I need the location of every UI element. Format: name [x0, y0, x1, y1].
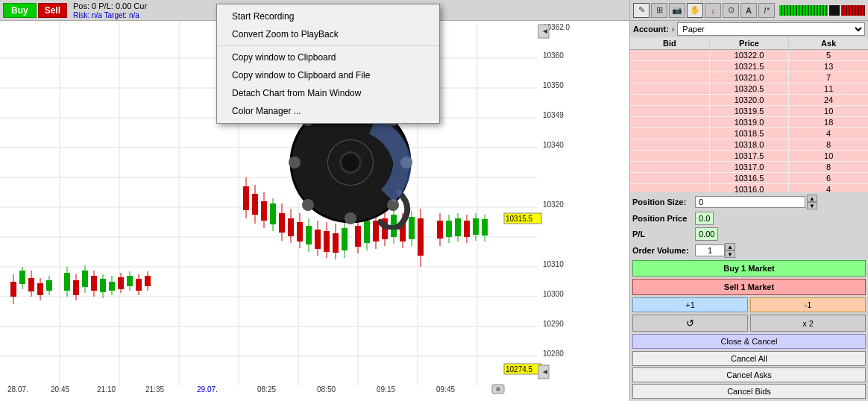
order-volume-spinner: ▲ ▼	[695, 243, 735, 258]
arrow-down-icon[interactable]: ↓	[705, 3, 721, 18]
order-book-row[interactable]: 10318.08	[630, 139, 868, 151]
menu-item-convert-zoom[interactable]: Convert Zoom to PlayBack	[217, 25, 439, 43]
order-book-row[interactable]: 10319.018	[630, 117, 868, 128]
sell-row: Sell 1 Market	[632, 279, 866, 295]
svg-text:10310: 10310	[543, 260, 564, 268]
account-row: Account: › Paper	[630, 21, 868, 37]
volume-down-icon[interactable]: ▼	[725, 250, 735, 258]
account-forward-icon[interactable]: ›	[672, 25, 675, 34]
text-a-icon[interactable]: A	[740, 3, 757, 18]
order-book-row[interactable]: 10321.513	[630, 61, 868, 72]
svg-rect-50	[73, 280, 79, 295]
menu-item-color-manager[interactable]: Color Manager ...	[217, 102, 439, 120]
svg-rect-58	[109, 282, 115, 291]
minus1-button[interactable]: -1	[750, 297, 866, 312]
hand-icon[interactable]: ✋	[687, 3, 703, 18]
camera-icon[interactable]: 📷	[669, 3, 685, 18]
svg-text:10315.5: 10315.5	[506, 215, 533, 223]
bid-cell	[630, 106, 710, 116]
pl-value: 0.00	[695, 227, 718, 241]
ask-cell: 18	[789, 117, 868, 127]
order-book-row[interactable]: 10320.024	[630, 95, 868, 106]
plus1-button[interactable]: +1	[632, 297, 748, 312]
ask-cell: 4	[789, 184, 868, 192]
context-menu: Start Recording Convert Zoom to PlayBack…	[216, 4, 440, 124]
controls-area: Position Size: ▲ ▼ Position Price 0.0 P/…	[630, 192, 868, 401]
bid-cell	[630, 83, 710, 94]
order-book-row[interactable]: 10320.511	[630, 83, 868, 95]
svg-rect-112	[455, 218, 461, 236]
svg-rect-42	[28, 278, 34, 291]
svg-text:08:25: 08:25	[257, 385, 276, 394]
svg-rect-76	[279, 213, 285, 233]
buy-market-button[interactable]: Buy 1 Market	[632, 260, 866, 277]
order-book-row[interactable]: 10317.08	[630, 162, 868, 173]
price-cell: 10320.5	[710, 83, 790, 94]
menu-item-detach-chart[interactable]: Detach Chart from Main Window	[217, 84, 439, 102]
svg-rect-96	[373, 221, 379, 241]
svg-rect-48	[64, 273, 70, 291]
cancel-all-button[interactable]: Cancel All	[632, 351, 866, 366]
svg-rect-110	[446, 221, 452, 237]
svg-rect-64	[136, 279, 142, 291]
position-size-input[interactable]	[695, 196, 805, 208]
pencil-icon[interactable]: ✎	[633, 3, 650, 18]
bid-cell	[630, 72, 710, 83]
position-price-label: Position Price	[632, 214, 692, 223]
menu-item-copy-clipboard[interactable]: Copy window to Clipboard	[217, 48, 439, 66]
right-panel: ✎ ⊞ 📷 ✋ ↓ ⊙ A I* Account: › Paper Bid	[629, 0, 868, 401]
price-cell: 10318.5	[710, 128, 790, 139]
account-label: Account:	[633, 25, 669, 34]
order-book-header: Bid Price Ask	[630, 37, 868, 50]
account-select[interactable]: Paper	[677, 22, 865, 36]
bid-cell	[630, 173, 710, 183]
order-book-row[interactable]: 10321.07	[630, 72, 868, 83]
bid-cell	[630, 50, 710, 60]
svg-rect-66	[145, 276, 151, 286]
cursor-icon[interactable]: I*	[758, 3, 775, 18]
order-book-row[interactable]: 10319.510	[630, 106, 868, 117]
svg-rect-114	[464, 221, 470, 237]
ask-cell: 24	[789, 95, 868, 105]
black-bar	[829, 5, 840, 16]
x2-button[interactable]: x 2	[750, 315, 866, 332]
price-cell: 10316.0	[710, 184, 790, 192]
spinner-down-icon[interactable]: ▼	[807, 202, 817, 209]
svg-rect-60	[118, 277, 124, 289]
svg-rect-94	[364, 221, 370, 243]
image-icon[interactable]: ⊞	[651, 3, 667, 18]
svg-text:29.07.: 29.07.	[197, 385, 218, 394]
svg-text:10340: 10340	[543, 141, 564, 149]
order-volume-row: Order Volume: ▲ ▼	[632, 243, 866, 258]
sell-market-button[interactable]: Sell 1 Market	[632, 279, 866, 295]
buy-button[interactable]: Buy	[3, 3, 37, 18]
svg-rect-44	[37, 283, 43, 295]
order-book-row[interactable]: 10318.54	[630, 128, 868, 139]
order-volume-input[interactable]	[695, 244, 725, 256]
svg-rect-62	[127, 276, 133, 286]
cancel-bids-button[interactable]: Cancel Bids	[632, 384, 866, 399]
menu-item-copy-clipboard-file[interactable]: Copy window to Clipboard and File	[217, 66, 439, 84]
volume-up-icon[interactable]: ▲	[725, 243, 735, 250]
menu-separator-1	[217, 45, 439, 46]
menu-item-start-recording[interactable]: Start Recording	[217, 7, 439, 25]
ask-cell: 10	[789, 151, 868, 161]
cancel-asks-button[interactable]: Cancel Asks	[632, 367, 866, 382]
order-book-row[interactable]: 10316.04	[630, 184, 868, 192]
price-cell: 10322.0	[710, 50, 790, 60]
order-book-row[interactable]: 10316.56	[630, 173, 868, 184]
svg-rect-56	[100, 279, 106, 292]
bid-cell	[630, 151, 710, 161]
svg-rect-108	[437, 221, 443, 239]
spinner-up-icon[interactable]: ▲	[807, 195, 817, 202]
reverse-button[interactable]: ↺	[632, 315, 748, 332]
order-book-row[interactable]: 10322.05	[630, 50, 868, 61]
svg-rect-118	[482, 219, 488, 236]
close-cancel-button[interactable]: Close & Cancel	[632, 334, 866, 349]
order-book-row[interactable]: 10317.510	[630, 151, 868, 162]
position-size-spinner[interactable]: ▲ ▼	[807, 195, 817, 209]
svg-rect-40	[19, 271, 25, 284]
sell-button[interactable]: Sell	[38, 3, 67, 18]
svg-text:10350: 10350	[543, 81, 564, 89]
clock-icon[interactable]: ⊙	[723, 3, 739, 18]
